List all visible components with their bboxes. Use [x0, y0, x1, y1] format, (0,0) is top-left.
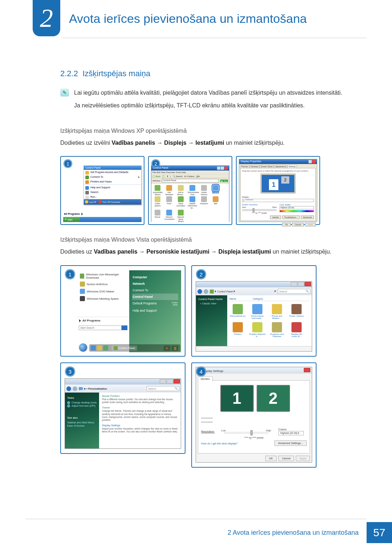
menu-item[interactable]: Windows Meeting Space: [79, 295, 127, 302]
sidebar-link[interactable]: Ease of Access: [67, 424, 97, 427]
tab-desktop[interactable]: Desktop: [250, 165, 259, 168]
folders-button[interactable]: 🗀 Folders: [184, 175, 195, 177]
menu-item[interactable]: Norton AntiVirus: [79, 280, 127, 288]
sidebar-heading[interactable]: Control Panel Home: [198, 297, 225, 301]
apply-button[interactable]: Apply: [305, 223, 316, 226]
breadcrumb[interactable]: Control Panel: [210, 290, 235, 294]
column-header[interactable]: Name: [229, 297, 248, 300]
troubleshoot-button[interactable]: Troubleshoot...: [282, 216, 299, 219]
quicklaunch-icon[interactable]: [103, 345, 108, 350]
cp-icon[interactable]: Programs and Features: [269, 322, 285, 337]
address-field[interactable]: Control Panel: [162, 179, 219, 182]
column-header[interactable]: Category: [248, 297, 268, 300]
all-programs[interactable]: All Programs: [64, 213, 83, 216]
close-button[interactable]: [312, 160, 315, 163]
close-button[interactable]: [304, 368, 310, 372]
sidebar-item[interactable]: Classic View: [198, 302, 225, 305]
forward-button[interactable]: [204, 289, 208, 294]
menu-item-control-panel[interactable]: Control Panel: [132, 294, 179, 300]
menu-item[interactable]: Connect To▸: [84, 175, 141, 179]
turnoff-button[interactable]: Turn Off Computer: [98, 200, 121, 204]
monitor-2[interactable]: 2: [257, 385, 290, 412]
colors-select[interactable]: Highest (32 bit) ▾: [278, 431, 304, 435]
menu-item[interactable]: Run...: [84, 194, 141, 199]
menu-item[interactable]: Printers and Faxes: [84, 179, 141, 184]
menu-item[interactable]: Set Program Access and Defaults: [84, 170, 141, 175]
cancel-button[interactable]: Cancel: [292, 223, 304, 226]
maximize-button[interactable]: [298, 282, 304, 286]
forward-button[interactable]: ◯: [162, 175, 165, 177]
maximize-button[interactable]: [167, 379, 173, 383]
minimize-button[interactable]: [217, 167, 220, 170]
cp-icon[interactable]: Problem Reports a...: [249, 322, 266, 337]
advanced-button[interactable]: Advanced: [301, 216, 314, 219]
tab-monitor[interactable]: Monitor: [198, 376, 213, 381]
start-search[interactable]: [79, 325, 127, 330]
search-icon[interactable]: [122, 325, 127, 330]
display-select[interactable]: 1. **********: [242, 199, 314, 202]
link-theme[interactable]: Theme: [102, 406, 178, 409]
monitor-2[interactable]: 2: [281, 176, 289, 184]
link-display-settings[interactable]: Display Settings: [102, 424, 178, 427]
resolution-slider[interactable]: [242, 209, 277, 211]
logoff-button[interactable]: Log Off: [85, 200, 96, 204]
start-menu-header[interactable]: Control Panel: [84, 166, 141, 170]
close-button[interactable]: [305, 282, 311, 286]
sidebar-link[interactable]: Change desktop icons: [67, 401, 97, 404]
minimize-button[interactable]: [160, 379, 166, 383]
menu-item[interactable]: Computer: [132, 274, 179, 280]
resolution-slider[interactable]: [224, 432, 268, 434]
link-mouse-pointers[interactable]: Mouse Pointers: [102, 395, 178, 397]
quicklaunch-icon[interactable]: [91, 345, 96, 350]
display-icon[interactable]: Display: [211, 185, 220, 196]
ok-button[interactable]: OK: [265, 456, 277, 461]
color-quality-select[interactable]: Highest (32 bit): [279, 206, 314, 209]
menu-item[interactable]: Default ProgramsCusto mize: [132, 300, 179, 307]
menu-item[interactable]: Network: [132, 280, 179, 287]
maximize-button[interactable]: [221, 167, 224, 170]
tab-settings[interactable]: Settings: [287, 165, 297, 168]
minimize-button[interactable]: [291, 282, 297, 286]
apply-button[interactable]: Apply: [296, 456, 310, 461]
menu-item[interactable]: Search: [84, 190, 141, 194]
taskbar-button[interactable]: Control Panel: [111, 345, 137, 351]
quicklaunch-icon[interactable]: [97, 345, 102, 350]
back-button[interactable]: ◯ Back: [152, 175, 160, 177]
cp-icon[interactable]: Performance Informatio...: [249, 304, 266, 319]
cancel-button[interactable]: Cancel: [278, 456, 294, 461]
cp-icon[interactable]: Personalizati on: [229, 304, 246, 319]
back-button[interactable]: [66, 386, 71, 391]
search-field[interactable]: Search🔍: [278, 289, 310, 294]
search-field[interactable]: Search🔍: [147, 386, 179, 391]
search-input[interactable]: [79, 325, 122, 330]
tab-screensaver[interactable]: Screen Saver: [260, 165, 274, 168]
cp-icon[interactable]: Phone and Modem ...: [269, 304, 285, 319]
menubar[interactable]: File Edit View Favorites Tools Help: [151, 171, 229, 174]
menu-item[interactable]: Help and Support: [132, 307, 179, 314]
all-programs[interactable]: All Programs: [77, 317, 129, 324]
close-button[interactable]: [224, 167, 228, 170]
sidebar-link[interactable]: Taskbar and Start Menu: [67, 421, 97, 424]
help-button[interactable]: [309, 160, 312, 163]
ok-button[interactable]: OK: [282, 223, 291, 226]
go-button[interactable]: ▶ Go: [220, 180, 228, 182]
up-button[interactable]: ⬆: [167, 175, 168, 177]
sidebar-link[interactable]: Adjust font size (DPI): [67, 404, 97, 407]
advanced-settings-button[interactable]: Advanced Settings...: [274, 440, 307, 446]
tab-appearance[interactable]: Appearance: [274, 165, 287, 168]
monitor-1[interactable]: 1: [269, 179, 278, 190]
tab-themes[interactable]: Themes: [240, 165, 249, 168]
help-link[interactable]: How do I get the best display?: [201, 442, 237, 445]
cp-icon[interactable]: Realtek HD Audio M...: [288, 322, 305, 337]
monitor-preview[interactable]: 1 2: [216, 384, 292, 414]
start-button[interactable]: ✦ start: [63, 217, 80, 222]
menu-item[interactable]: Help and Support: [84, 185, 141, 190]
breadcrumb[interactable]: ■ « Personalization: [79, 387, 107, 390]
back-button[interactable]: [197, 289, 202, 294]
close-button[interactable]: [173, 379, 180, 383]
identify-button[interactable]: Identify: [270, 216, 281, 219]
menu-item[interactable]: Connect To: [132, 287, 179, 294]
monitor-1[interactable]: 1: [220, 385, 254, 412]
menu-item[interactable]: Windows DVD Maker: [79, 288, 127, 295]
cp-icon[interactable]: Printers: [229, 322, 246, 337]
